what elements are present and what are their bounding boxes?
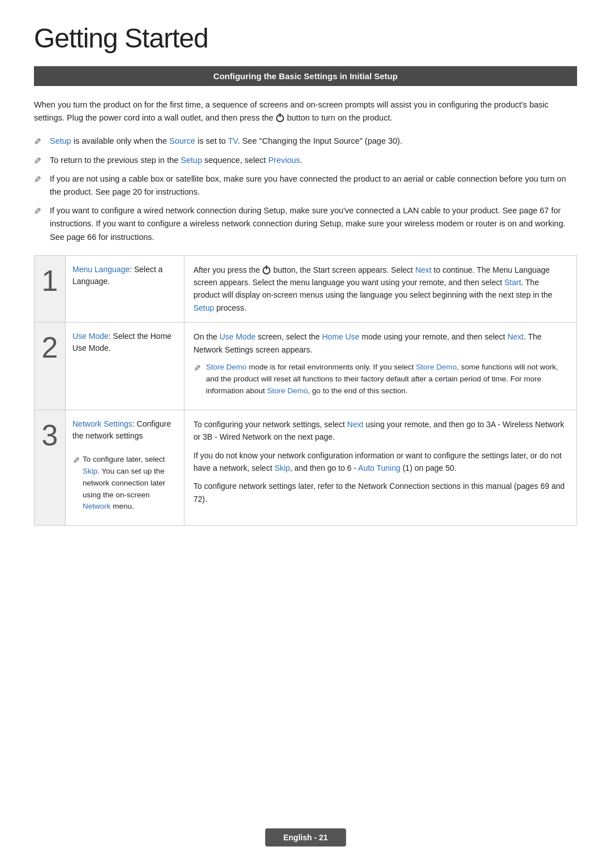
setup-link-1: Setup <box>50 136 71 145</box>
notes-list: Setup is available only when the Source … <box>34 135 577 243</box>
section-header: Configuring the Basic Settings in Initia… <box>34 66 577 86</box>
use-mode-link-2: Use Mode <box>220 332 256 341</box>
step-row-3: 3 Network Settings: Configure the networ… <box>35 410 577 526</box>
step-label-3: Network Settings: Configure the network … <box>66 410 184 526</box>
previous-link: Previous <box>268 156 300 165</box>
store-demo-link-2: Store Demo <box>416 363 457 371</box>
page-footer: English - 21 <box>265 828 346 846</box>
step3-skip-note: To configure later, select Skip. You can… <box>72 454 177 513</box>
next-link-1: Next <box>415 265 432 274</box>
note-item-3: If you are not using a cable box or sate… <box>34 173 577 199</box>
step-content-2: On the Use Mode screen, select the Home … <box>184 323 577 410</box>
note-item-1: Setup is available only when the Source … <box>34 135 577 148</box>
home-use-link: Home Use <box>322 332 359 341</box>
page-title: Getting Started <box>34 23 577 54</box>
skip-link-2: Skip <box>274 463 290 472</box>
next-link-3: Next <box>347 420 364 429</box>
skip-link: Skip <box>83 467 97 475</box>
store-demo-link-1: Store Demo <box>206 363 247 371</box>
step-number-3: 3 <box>35 410 66 526</box>
power-icon <box>276 114 284 122</box>
setup-link-step1: Setup <box>193 303 214 312</box>
step-number-2: 2 <box>35 323 66 410</box>
power-icon-step1 <box>263 267 270 274</box>
step-content-3: To configuring your network settings, se… <box>184 410 577 526</box>
step-row-1: 1 Menu Language: Select a Language. Afte… <box>35 255 577 323</box>
note-item-2: To return to the previous step in the Se… <box>34 154 577 167</box>
menu-language-link: Menu Language <box>72 265 130 274</box>
source-link: Source <box>169 136 195 145</box>
steps-table: 1 Menu Language: Select a Language. Afte… <box>34 255 577 526</box>
step-label-2: Use Mode: Select the Home Use Mode. <box>66 323 184 410</box>
intro-paragraph: When you turn the product on for the fir… <box>34 98 577 124</box>
network-settings-link: Network Settings <box>72 419 132 428</box>
setup-link-2: Setup <box>180 156 202 165</box>
next-link-2: Next <box>507 332 524 341</box>
use-mode-link: Use Mode <box>72 332 109 341</box>
step-label-1: Menu Language: Select a Language. <box>66 255 184 323</box>
auto-tuning-link: Auto Tuning <box>358 463 401 472</box>
start-link: Start <box>504 278 521 287</box>
note-item-4: If you want to configure a wired network… <box>34 204 577 244</box>
tv-link: TV <box>228 136 238 145</box>
store-demo-note: Store Demo mode is for retail environmen… <box>193 362 567 397</box>
step-row-2: 2 Use Mode: Select the Home Use Mode. On… <box>35 323 577 410</box>
store-demo-link-3: Store Demo <box>267 386 308 395</box>
step-content-1: After you press the button, the Start sc… <box>184 255 577 323</box>
network-menu-link: Network <box>83 502 111 510</box>
step-number-1: 1 <box>35 255 66 323</box>
